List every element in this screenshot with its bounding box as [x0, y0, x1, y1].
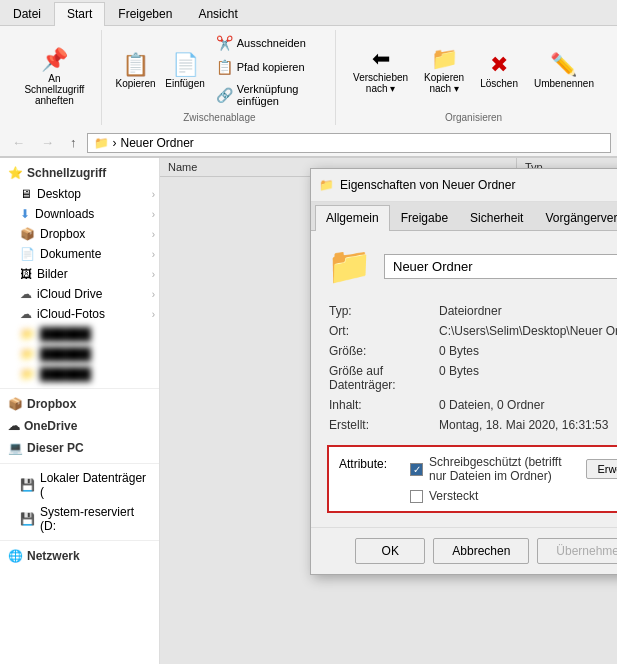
ribbon-tab-bar: Datei Start Freigeben Ansicht — [0, 0, 617, 26]
lokaler-label: Lokaler Datenträger ( — [40, 471, 151, 499]
sidebar-item-blurred1[interactable]: 📁 ██████ — [0, 324, 159, 344]
prop-label-typ: Typ: — [327, 301, 437, 321]
sidebar-item-desktop[interactable]: 🖥 Desktop › — [0, 184, 159, 204]
ribbon-btn-pfad[interactable]: 📋 Pfad kopieren — [211, 56, 327, 78]
ribbon-group-zwischenablage: 📋 Kopieren 📄 Einfügen ✂️ Ausschneiden 📋 … — [104, 30, 336, 125]
ribbon-small-group: ✂️ Ausschneiden 📋 Pfad kopieren 🔗 Verknü… — [211, 32, 327, 110]
dialog-footer: OK Abbrechen Übernehmen — [311, 527, 617, 574]
dokumente-label: Dokumente — [40, 247, 101, 261]
bilder-label: Bilder — [37, 267, 68, 281]
sidebar-item-lokaler[interactable]: 💾 Lokaler Datenträger ( — [0, 468, 159, 502]
dropbox-label: Dropbox — [40, 227, 85, 241]
tab-datei[interactable]: Datei — [0, 2, 54, 25]
sidebar-item-blurred3[interactable]: 📁 ██████ — [0, 364, 159, 384]
tab-freigeben[interactable]: Freigeben — [105, 2, 185, 25]
schreibgeschuetzt-checkbox[interactable] — [410, 463, 423, 476]
download-icon: ⬇ — [20, 207, 30, 221]
back-button[interactable]: ← — [6, 132, 31, 153]
pin-icon: 📌 — [41, 49, 68, 71]
sidebar-divider1 — [0, 388, 159, 389]
ribbon-btn-schnellzugriff[interactable]: 📌 An Schnellzugriffanheften — [16, 45, 93, 110]
sidebar-item-system[interactable]: 💾 System-reserviert (D: — [0, 502, 159, 536]
sidebar-item-blurred2[interactable]: 📁 ██████ — [0, 344, 159, 364]
prop-value-erstellt: Montag, 18. Mai 2020, 16:31:53 — [437, 415, 617, 435]
path-separator: › — [113, 136, 117, 150]
sidebar-section-netzwerk[interactable]: 🌐 Netzwerk — [0, 545, 159, 567]
prop-row-ort: Ort: C:\Users\Selim\Desktop\Neuer Ordner — [327, 321, 617, 341]
onedrive-icon: ☁ — [8, 419, 20, 433]
properties-table: Typ: Dateiordner Ort: C:\Users\Selim\Des… — [327, 301, 617, 435]
ok-button[interactable]: OK — [355, 538, 425, 564]
cancel-button[interactable]: Abbrechen — [433, 538, 529, 564]
ribbon-btns-zwischenablage: 📋 Kopieren 📄 Einfügen ✂️ Ausschneiden 📋 … — [112, 32, 327, 110]
sidebar-item-dokumente[interactable]: 📄 Dokumente › — [0, 244, 159, 264]
desktop-label: Desktop — [37, 187, 81, 201]
sidebar-section-schnellzugriff[interactable]: ⭐ Schnellzugriff — [0, 162, 159, 184]
dialog-tab-sicherheit[interactable]: Sicherheit — [459, 205, 534, 230]
folder-header: 📁 — [327, 245, 617, 287]
dialog-tab-allgemein[interactable]: Allgemein — [315, 205, 390, 231]
sidebar-item-icloud-fotos[interactable]: ☁ iCloud-Fotos › — [0, 304, 159, 324]
network-icon: 🌐 — [8, 549, 23, 563]
path-copy-icon: 📋 — [216, 59, 233, 75]
dialog-tab-freigabe[interactable]: Freigabe — [390, 205, 459, 230]
prop-label-inhalt: Inhalt: — [327, 395, 437, 415]
folder-name-input[interactable] — [384, 254, 617, 279]
dialog-folder-icon: 📁 — [319, 178, 334, 192]
tab-ansicht[interactable]: Ansicht — [185, 2, 250, 25]
organisieren-label: Organisieren — [445, 110, 502, 123]
prop-value-inhalt: 0 Dateien, 0 Ordner — [437, 395, 617, 415]
chevron-icon: › — [152, 309, 155, 320]
ribbon-btn-ausschneiden[interactable]: ✂️ Ausschneiden — [211, 32, 327, 54]
ribbon-btn-kopieren-nach[interactable]: 📁 Kopierennach ▾ — [417, 44, 471, 98]
erweitert-button[interactable]: Erweitert... — [586, 459, 617, 479]
tab-start[interactable]: Start — [54, 2, 105, 26]
hdd2-icon: 💾 — [20, 512, 35, 526]
chevron-icon: › — [152, 229, 155, 240]
versteckt-checkbox[interactable] — [410, 490, 423, 503]
folder-icon: 📁 — [20, 327, 35, 341]
forward-button[interactable]: → — [35, 132, 60, 153]
folder-icon: 📁 — [20, 347, 35, 361]
ribbon-btn-verknuepfung[interactable]: 🔗 Verknüpfung einfügen — [211, 80, 327, 110]
sidebar-item-icloud-drive[interactable]: ☁ iCloud Drive › — [0, 284, 159, 304]
icloud-fotos-label: iCloud-Fotos — [37, 307, 105, 321]
address-path[interactable]: 📁 › Neuer Ordner — [87, 133, 612, 153]
sidebar-item-downloads[interactable]: ⬇ Downloads › — [0, 204, 159, 224]
desktop-icon: 🖥 — [20, 187, 32, 201]
apply-button[interactable]: Übernehmen — [537, 538, 617, 564]
ribbon-btn-loeschen[interactable]: ✖ Löschen — [473, 50, 525, 93]
sidebar-section-dieser-pc[interactable]: 💻 Dieser PC — [0, 437, 159, 459]
prop-value-ort: C:\Users\Selim\Desktop\Neuer Ordner — [437, 321, 617, 341]
ribbon-btn-einfuegen[interactable]: 📄 Einfügen — [161, 50, 208, 93]
versteckt-label: Versteckt — [429, 489, 478, 503]
folder-large-icon: 📁 — [327, 245, 372, 287]
sidebar-section-dropbox[interactable]: 📦 Dropbox — [0, 393, 159, 415]
prop-label-ort: Ort: — [327, 321, 437, 341]
main-area: ⭐ Schnellzugriff 🖥 Desktop › ⬇ Downloads… — [0, 158, 617, 664]
path-text: Neuer Ordner — [121, 136, 194, 150]
sidebar-item-bilder[interactable]: 🖼 Bilder › — [0, 264, 159, 284]
hdd-icon: 💾 — [20, 478, 35, 492]
dropbox-icon: 📦 — [20, 227, 35, 241]
prop-value-groesse-traeger: 0 Bytes — [437, 361, 617, 395]
ribbon-btn-kopieren[interactable]: 📋 Kopieren — [112, 50, 160, 93]
cut-icon: ✂️ — [216, 35, 233, 51]
up-button[interactable]: ↑ — [64, 132, 83, 153]
copy-to-icon: 📁 — [431, 48, 458, 70]
prop-label-erstellt: Erstellt: — [327, 415, 437, 435]
ribbon-btn-verschieben[interactable]: ⬅ Verschiebennach ▾ — [346, 44, 415, 98]
ribbon-btn-umbenennen[interactable]: ✏️ Umbenennen — [527, 50, 601, 93]
dialog-tab-vorgaenger[interactable]: Vorgängerversionen — [534, 205, 617, 230]
prop-row-inhalt: Inhalt: 0 Dateien, 0 Ordner — [327, 395, 617, 415]
address-bar: ← → ↑ 📁 › Neuer Ordner — [0, 129, 617, 157]
chevron-icon: › — [152, 209, 155, 220]
icloud-drive-label: iCloud Drive — [37, 287, 102, 301]
icloud-drive-icon: ☁ — [20, 287, 32, 301]
sidebar-divider3 — [0, 540, 159, 541]
sidebar-section-onedrive[interactable]: ☁ OneDrive — [0, 415, 159, 437]
attr-row-versteckt: Versteckt — [410, 489, 617, 503]
sidebar-item-dropbox[interactable]: 📦 Dropbox › — [0, 224, 159, 244]
content-area: Name Typ 📁 Eigenschaften von Neuer Ordne… — [160, 158, 617, 664]
dieser-pc-label: Dieser PC — [27, 441, 84, 455]
